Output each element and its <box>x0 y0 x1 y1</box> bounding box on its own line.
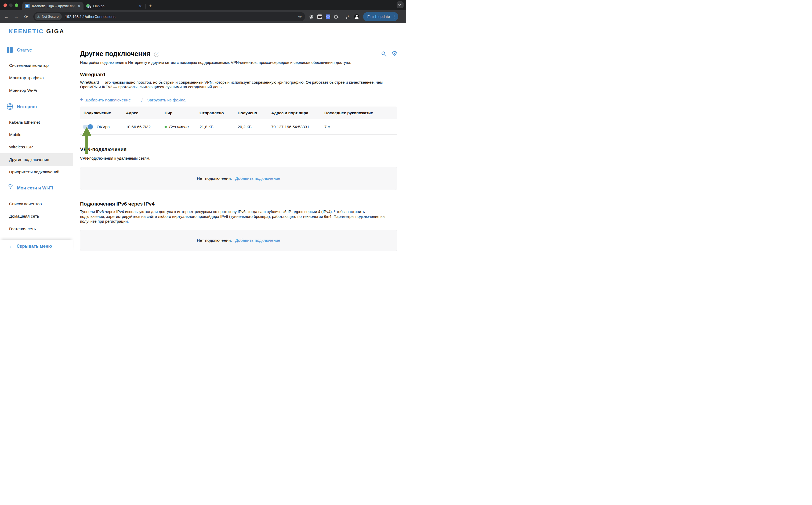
received-value: 20,2 КБ <box>238 125 271 129</box>
connection-address: 10.66.66.7/32 <box>126 125 165 129</box>
vpn-add-connection-link[interactable]: Добавить подключение <box>235 176 280 181</box>
connection-name[interactable]: OKVpn <box>97 125 110 129</box>
sidebar-section-internet[interactable]: Интернет <box>0 100 73 113</box>
sidebar-item-wireless-isp[interactable]: Wireless ISP <box>0 141 73 153</box>
sidebar-item-ethernet[interactable]: Кабель Ethernet <box>0 116 73 129</box>
sidebar-item-connection-priorities[interactable]: Приоритеты подключений <box>0 166 73 178</box>
back-button[interactable]: ← <box>2 14 10 20</box>
forward-button[interactable]: → <box>12 14 20 20</box>
finish-update-label: Finish update <box>367 14 390 19</box>
sidebar-item-wifi-monitor[interactable]: Монитор Wi-Fi <box>0 84 73 97</box>
tab-separator <box>145 4 146 9</box>
empty-text: Нет подключений. <box>197 238 232 243</box>
tab-title: OKVpn <box>93 4 137 8</box>
sidebar-item-other-connections[interactable]: Другие подключения <box>0 153 73 166</box>
hide-menu-button[interactable]: ← Скрывать меню <box>0 240 73 252</box>
dashboard-icon <box>7 47 13 53</box>
table-header: Подключение Адрес Пир Отправлено Получен… <box>80 107 397 119</box>
section-label: Интернет <box>17 104 37 109</box>
empty-text: Нет подключений. <box>197 176 232 181</box>
sidebar-item-client-list[interactable]: Список клиентов <box>0 198 73 210</box>
react-devtools-icon[interactable] <box>309 14 314 19</box>
maximize-window-button[interactable] <box>15 3 18 7</box>
extensions-puzzle-icon[interactable] <box>334 14 338 19</box>
peer-name: Без имени <box>169 125 189 129</box>
minimize-window-button[interactable] <box>9 3 13 7</box>
okvpn-favicon <box>86 4 91 8</box>
extensions-row <box>309 14 338 19</box>
plus-icon: + <box>80 97 83 103</box>
brand-secondary: GIGA <box>46 28 64 35</box>
upload-icon: ↑ <box>141 98 145 102</box>
peer-status-icon <box>165 126 167 128</box>
toolbar-divider <box>342 14 343 20</box>
sidebar-section-my-networks[interactable]: Мои сети и Wi-Fi <box>0 182 73 194</box>
hide-menu-label: Скрывать меню <box>17 243 52 249</box>
close-tab-icon[interactable]: ✕ <box>139 4 142 8</box>
url-text[interactable]: 192.168.1.1/otherConnections <box>65 14 298 19</box>
vpn-empty-state: Нет подключений. Добавить подключение <box>80 167 397 190</box>
ipv6-add-connection-link[interactable]: Добавить подключение <box>235 238 280 243</box>
new-tab-button[interactable]: + <box>149 3 152 9</box>
close-tab-icon[interactable]: ✕ <box>77 4 81 8</box>
gear-icon[interactable]: ⚙ <box>392 50 397 57</box>
bookmark-star-icon[interactable]: ☆ <box>298 14 302 19</box>
browser-tab-strip: K Keenetic Giga – Другие подкл ✕ OKVpn ✕… <box>0 0 406 10</box>
app-header: KEENETICGIGA <box>0 23 406 39</box>
address-bar[interactable]: ⚠ Not Secure 192.168.1.1/otherConnection… <box>33 12 305 21</box>
tab-okvpn[interactable]: OKVpn ✕ <box>84 2 145 10</box>
sent-value: 21,8 КБ <box>199 125 238 129</box>
section-label: Мои сети и Wi-Fi <box>17 185 53 190</box>
ipv6-description: Туннели IPv6 через IPv4 используются для… <box>80 209 390 224</box>
kebab-menu-icon[interactable] <box>393 14 396 19</box>
finish-update-button[interactable]: Finish update <box>363 12 398 21</box>
downloads-icon[interactable]: ↓ <box>346 14 351 19</box>
table-row: OKVpn 10.66.66.7/32 Без имени 21,8 КБ 20… <box>80 119 397 135</box>
wireguard-heading: Wireguard <box>80 72 105 77</box>
wireguard-table: Подключение Адрес Пир Отправлено Получен… <box>80 107 397 135</box>
tab-title: Keenetic Giga – Другие подкл <box>32 4 76 8</box>
privacy-extension-icon[interactable] <box>317 14 322 19</box>
wifi-icon <box>7 184 13 190</box>
ipv6-heading: Подключения IPv6 через IPv4 <box>80 201 154 207</box>
browser-toolbar: ← → ⟳ ⚠ Not Secure 192.168.1.1/otherConn… <box>0 10 406 23</box>
page-title: Другие подключения <box>80 50 150 58</box>
tab-keenetic[interactable]: K Keenetic Giga – Другие подкл ✕ <box>22 2 84 10</box>
keenetic-favicon: K <box>25 4 29 8</box>
security-chip-label: Not Secure <box>42 15 59 18</box>
sidebar: Статус Системный монитор Монитор трафика… <box>0 39 73 252</box>
tab-search-chevron-button[interactable] <box>397 1 404 8</box>
peer-endpoint: 79.127.196.54:53331 <box>271 125 324 129</box>
reload-button[interactable]: ⟳ <box>22 14 30 19</box>
warning-icon: ⚠ <box>37 15 40 19</box>
window-controls <box>3 3 20 7</box>
add-connection-link[interactable]: + Добавить подключение <box>80 97 131 103</box>
sidebar-item-home-network[interactable]: Домашняя сеть <box>0 210 73 222</box>
profile-avatar[interactable] <box>354 14 359 19</box>
keyboard-extension-icon[interactable] <box>326 14 330 19</box>
load-from-file-link[interactable]: ↑ Загрузить из файла <box>141 98 185 103</box>
sidebar-item-mobile[interactable]: Mobile <box>0 129 73 141</box>
router-admin-page: KEENETICGIGA ⚙ Статус Системный монитор … <box>0 23 406 252</box>
security-chip[interactable]: ⚠ Not Secure <box>35 13 62 20</box>
search-icon[interactable] <box>382 51 387 57</box>
ipv6-empty-state: Нет подключений. Добавить подключение <box>80 230 397 251</box>
wireguard-description: WireGuard — это чрезвычайно простой, но … <box>80 80 397 90</box>
help-icon[interactable]: ? <box>154 52 159 57</box>
globe-icon <box>7 103 13 110</box>
page-subtitle: Настройка подключения к Интернету и друг… <box>80 60 386 65</box>
close-window-button[interactable] <box>3 3 7 7</box>
last-handshake: 7 с <box>324 125 397 129</box>
keenetic-logo: KEENETICGIGA <box>9 28 64 35</box>
sidebar-item-traffic-monitor[interactable]: Монитор трафика <box>0 72 73 84</box>
arrow-left-icon: ← <box>9 243 14 249</box>
sidebar-item-guest-network[interactable]: Гостевая сеть <box>0 223 73 235</box>
sidebar-section-status[interactable]: Статус <box>0 44 73 56</box>
chevron-down-icon <box>398 3 401 6</box>
annotation-arrow-up <box>82 127 92 154</box>
brand-primary: KEENETIC <box>9 28 44 35</box>
vpn-description: VPN-подключения к удаленным сетям. <box>80 156 150 160</box>
sidebar-item-system-monitor[interactable]: Системный монитор <box>0 59 73 72</box>
section-label: Статус <box>17 47 32 52</box>
